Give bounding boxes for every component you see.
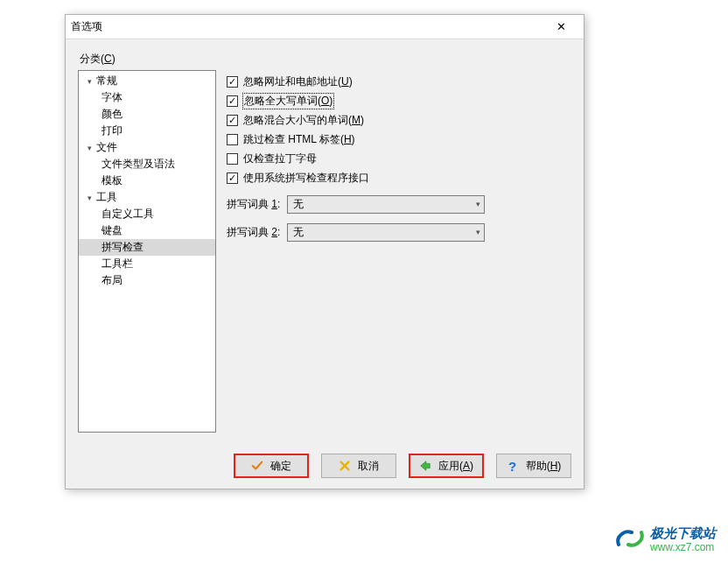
- checkbox-row-2[interactable]: 忽略混合大小写的单词(M): [227, 110, 570, 130]
- checkbox-label: 忽略混合大小写的单词(M): [243, 113, 364, 128]
- tree-item-6[interactable]: 模板: [79, 172, 215, 189]
- tree-item-label: 拼写检查: [102, 240, 144, 255]
- checkbox[interactable]: [227, 95, 238, 107]
- checkbox-row-3[interactable]: 跳过检查 HTML 标签(H): [227, 130, 570, 149]
- titlebar: 首选项 ✕: [66, 15, 584, 39]
- watermark-line1: 极光下载站: [650, 525, 716, 541]
- chevron-down-icon: ▾: [476, 228, 480, 236]
- arrow-left-icon: [419, 460, 431, 472]
- question-icon: ?: [507, 460, 519, 472]
- tree-item-label: 颜色: [102, 107, 122, 122]
- button-bar: 确定 取消 应用(A) ? 帮助(H): [78, 454, 571, 478]
- tree-item-1[interactable]: 字体: [79, 89, 215, 106]
- checkbox-label: 忽略网址和电邮地址(U): [243, 74, 353, 89]
- checkbox[interactable]: [227, 115, 238, 126]
- cancel-button[interactable]: 取消: [321, 454, 396, 478]
- content-row: ▾常规字体颜色打印▾文件文件类型及语法模板▾工具自定义工具键盘拼写检查工具栏布局…: [78, 70, 571, 433]
- tree-item-label: 字体: [102, 90, 122, 105]
- tree-item-7[interactable]: ▾工具: [79, 189, 215, 206]
- tree-item-2[interactable]: 颜色: [79, 106, 215, 123]
- dictionary-select-1[interactable]: 无▾: [287, 195, 485, 214]
- tree-item-3[interactable]: 打印: [79, 123, 215, 139]
- tree-item-4[interactable]: ▾文件: [79, 139, 215, 156]
- preferences-dialog: 首选项 ✕ 分类(C) ▾常规字体颜色打印▾文件文件类型及语法模板▾工具自定义工…: [65, 14, 584, 489]
- chevron-down-icon: ▾: [84, 194, 94, 202]
- tree-item-label: 工具: [96, 190, 117, 205]
- select-label: 拼写词典 2:: [227, 225, 280, 240]
- watermark: 极光下载站 www.xz7.com: [615, 525, 716, 554]
- checkbox[interactable]: [227, 172, 238, 184]
- checkbox-label: 忽略全大写单词(O): [243, 94, 333, 109]
- tree-item-label: 模板: [102, 173, 122, 188]
- checkbox-row-0[interactable]: 忽略网址和电邮地址(U): [227, 72, 570, 91]
- ok-button[interactable]: 确定: [234, 454, 309, 478]
- dictionary-select-2[interactable]: 无▾: [287, 223, 485, 242]
- apply-button-label: 应用(A): [438, 459, 473, 474]
- tree-item-5[interactable]: 文件类型及语法: [79, 156, 215, 172]
- tree-item-8[interactable]: 自定义工具: [79, 206, 215, 222]
- checkbox-row-5[interactable]: 使用系统拼写检查程序接口: [227, 168, 570, 187]
- tree-item-label: 常规: [96, 74, 117, 88]
- category-label: 分类(C): [80, 52, 571, 67]
- chevron-down-icon: ▾: [476, 200, 480, 208]
- tree-item-label: 打印: [102, 123, 122, 138]
- apply-button[interactable]: 应用(A): [409, 454, 484, 478]
- checkbox[interactable]: [227, 134, 238, 145]
- category-tree[interactable]: ▾常规字体颜色打印▾文件文件类型及语法模板▾工具自定义工具键盘拼写检查工具栏布局: [78, 70, 216, 433]
- ok-button-label: 确定: [270, 459, 291, 474]
- tree-item-label: 文件: [96, 140, 117, 155]
- watermark-text: 极光下载站 www.xz7.com: [650, 525, 716, 553]
- tree-item-10[interactable]: 拼写检查: [79, 239, 215, 256]
- close-icon: ✕: [556, 20, 566, 33]
- checkbox-label: 跳过检查 HTML 标签(H): [243, 132, 355, 147]
- dialog-title: 首选项: [71, 19, 102, 34]
- checkbox[interactable]: [227, 76, 238, 88]
- checkbox-label: 仅检查拉丁字母: [243, 151, 317, 166]
- tree-item-label: 工具栏: [102, 257, 133, 271]
- select-value: 无: [293, 197, 304, 212]
- tree-item-11[interactable]: 工具栏: [79, 256, 215, 272]
- chevron-down-icon: ▾: [84, 144, 94, 152]
- logo-icon: [615, 525, 645, 554]
- dialog-body: 分类(C) ▾常规字体颜色打印▾文件文件类型及语法模板▾工具自定义工具键盘拼写检…: [66, 39, 584, 445]
- watermark-line2: www.xz7.com: [650, 541, 716, 553]
- help-button[interactable]: ? 帮助(H): [496, 454, 571, 478]
- check-icon: [251, 460, 263, 472]
- tree-item-label: 键盘: [102, 223, 122, 238]
- tree-item-0[interactable]: ▾常规: [79, 73, 215, 89]
- tree-item-12[interactable]: 布局: [79, 272, 215, 289]
- tree-item-9[interactable]: 键盘: [79, 222, 215, 239]
- checkbox[interactable]: [227, 153, 238, 165]
- select-row-0: 拼写词典 1:无▾: [227, 193, 570, 215]
- select-value: 无: [293, 225, 304, 240]
- help-button-label: 帮助(H): [526, 459, 562, 474]
- select-row-1: 拼写词典 2:无▾: [227, 221, 570, 243]
- cross-icon: [339, 460, 351, 472]
- select-label: 拼写词典 1:: [227, 197, 280, 212]
- checkbox-row-1[interactable]: 忽略全大写单词(O): [227, 91, 570, 110]
- chevron-down-icon: ▾: [84, 77, 94, 86]
- checkbox-label: 使用系统拼写检查程序接口: [243, 171, 369, 186]
- close-button[interactable]: ✕: [543, 16, 578, 39]
- checkbox-row-4[interactable]: 仅检查拉丁字母: [227, 149, 570, 168]
- settings-panel: 忽略网址和电邮地址(U)忽略全大写单词(O)忽略混合大小写的单词(M)跳过检查 …: [223, 70, 571, 433]
- cancel-button-label: 取消: [358, 459, 379, 474]
- tree-item-label: 自定义工具: [102, 207, 154, 222]
- tree-item-label: 文件类型及语法: [102, 157, 175, 172]
- tree-item-label: 布局: [102, 273, 122, 288]
